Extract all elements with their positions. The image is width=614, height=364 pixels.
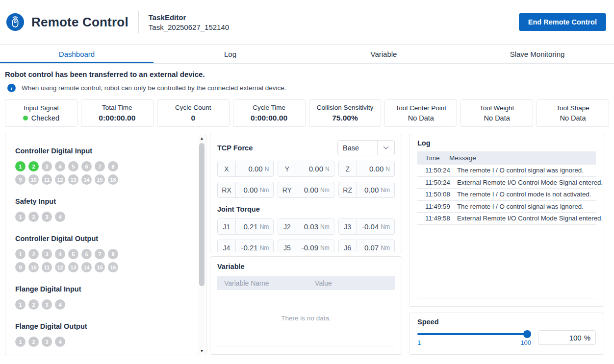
tcp-force-axis-label: RY bbox=[278, 182, 296, 197]
task-type: TaskEditor bbox=[149, 13, 229, 22]
joint-torque-value: -0.04Nm bbox=[357, 219, 394, 234]
io-indicator: 8 bbox=[108, 249, 118, 259]
stat-card: Tool WeightNo Data bbox=[460, 99, 533, 127]
joint-torque-value: 0.07Nm bbox=[357, 240, 394, 252]
app-title: Remote Control bbox=[31, 15, 128, 30]
joint-torque-unit: Nm bbox=[260, 223, 269, 230]
log-time: 11:50:24 bbox=[417, 179, 449, 186]
io-indicator: 1 bbox=[15, 337, 26, 347]
io-indicator: 2 bbox=[28, 337, 39, 347]
variable-table-bottom-border bbox=[217, 346, 395, 346]
log-row: 11:49:59The remote I / O control signal … bbox=[417, 201, 596, 213]
stat-value: 0 bbox=[191, 114, 195, 122]
end-remote-control-button[interactable]: End Remote Control bbox=[519, 13, 606, 31]
chevron-down-icon bbox=[377, 141, 394, 155]
joint-torque-j3-field: J3-0.04Nm bbox=[338, 218, 395, 235]
speed-slider-track[interactable] bbox=[417, 333, 531, 335]
joint-torque-title: Joint Torque bbox=[217, 205, 395, 213]
stat-value-text: No Data bbox=[484, 114, 510, 122]
joint-torque-unit: Nm bbox=[381, 244, 390, 251]
io-indicator: 2 bbox=[28, 161, 39, 171]
stat-value: No Data bbox=[484, 114, 510, 122]
joint-torque-axis-label: J3 bbox=[339, 219, 357, 234]
log-panel: Log Time Message 11:50:24The remote I / … bbox=[409, 134, 604, 307]
tcp-force-unit: Nm bbox=[320, 187, 330, 194]
io-indicator: 15 bbox=[95, 174, 105, 185]
status-dot-icon bbox=[23, 116, 28, 121]
stats-row: Input SignalCheckedTotal Time0:00:00.00C… bbox=[5, 99, 609, 127]
tab-dashboard[interactable]: Dashboard bbox=[0, 45, 154, 63]
joint-torque-value: 0.03Nm bbox=[296, 219, 333, 234]
io-indicator: 16 bbox=[108, 262, 118, 272]
io-indicator: 4 bbox=[55, 249, 65, 259]
coordinate-frame-dropdown[interactable]: Base bbox=[337, 140, 395, 155]
speed-value-field[interactable]: 100 % bbox=[538, 330, 596, 345]
joint-torque-axis-label: J6 bbox=[339, 240, 357, 252]
joint-torque-axis-label: J4 bbox=[218, 240, 236, 252]
tcp-force-panel: TCP Force Base X0.00NY0.00NZ0.00NRX0.00N… bbox=[210, 134, 402, 252]
tab-log[interactable]: Log bbox=[154, 45, 307, 63]
joint-torque-axis-label: J2 bbox=[278, 219, 296, 234]
tcp-force-value: 0.00Nm bbox=[236, 182, 273, 197]
speed-slider-knob[interactable] bbox=[523, 330, 531, 338]
io-indicator: 8 bbox=[108, 161, 118, 171]
stat-label: Tool Weight bbox=[480, 104, 514, 112]
io-indicator: 11 bbox=[42, 174, 52, 185]
io-indicator: 7 bbox=[95, 161, 105, 171]
stat-label: Total Time bbox=[102, 104, 132, 111]
tab-slave-monitoring[interactable]: Slave Monitoring bbox=[460, 45, 614, 63]
tab-variable[interactable]: Variable bbox=[307, 45, 460, 63]
tcp-force-ry-field: RY0.00Nm bbox=[278, 182, 334, 198]
joint-torque-j4-field: J4-0.21Nm bbox=[217, 240, 274, 252]
speed-title: Speed bbox=[417, 318, 596, 326]
task-name: Task_20250627_152140 bbox=[149, 23, 229, 31]
tcp-force-unit: Nm bbox=[381, 187, 390, 194]
stat-value-text: No Data bbox=[408, 114, 434, 122]
io-indicator: 12 bbox=[55, 174, 65, 185]
io-indicator: 3 bbox=[42, 249, 52, 259]
io-indicator: 10 bbox=[28, 174, 39, 185]
joint-torque-unit: Nm bbox=[320, 223, 330, 230]
io-indicator: 3 bbox=[42, 161, 52, 171]
log-table-body: 11:50:24The remote I / O control signal … bbox=[417, 165, 596, 298]
io-indicator: 15 bbox=[95, 262, 105, 272]
io-indicator: 10 bbox=[28, 262, 39, 272]
log-message: The remote I / O control signal was igno… bbox=[449, 203, 584, 210]
io-indicator: 16 bbox=[108, 174, 118, 185]
stat-card: Collision Sensitivity75.00% bbox=[309, 99, 382, 127]
io-indicator: 4 bbox=[55, 212, 65, 222]
stat-value: 75.00% bbox=[332, 114, 358, 122]
dashboard-main: Controller Digital Input1234567891011121… bbox=[5, 134, 609, 355]
stat-value-text: Checked bbox=[31, 114, 59, 122]
tcp-force-row: RX0.00NmRY0.00NmRZ0.00Nm bbox=[217, 182, 395, 198]
io-indicator: 1 bbox=[15, 161, 26, 171]
io-indicator: 13 bbox=[68, 174, 78, 185]
speed-slider[interactable] bbox=[417, 330, 531, 338]
io-panel-scrollbar[interactable]: ▲ ▼ bbox=[198, 135, 205, 354]
log-row: 11:49:58External Remote I/O Control Mode… bbox=[417, 213, 596, 225]
variable-panel: Variable Variable Name Value There is no… bbox=[210, 256, 402, 355]
middle-column: TCP Force Base X0.00NY0.00NZ0.00NRX0.00N… bbox=[210, 134, 402, 355]
stat-value: 0:00:00.00 bbox=[251, 114, 287, 122]
log-message-column-header: Message bbox=[449, 154, 476, 162]
stat-label: Cycle Count bbox=[175, 104, 211, 111]
scrollbar-thumb[interactable] bbox=[199, 143, 205, 286]
scroll-down-icon[interactable]: ▼ bbox=[198, 347, 205, 354]
io-indicator: 4 bbox=[55, 299, 65, 310]
io-indicator: 4 bbox=[55, 161, 65, 171]
tcp-force-z-field: Z0.00N bbox=[338, 161, 395, 177]
io-indicator: 13 bbox=[68, 262, 78, 272]
stat-value: No Data bbox=[560, 114, 586, 122]
log-time: 11:50:08 bbox=[417, 191, 449, 198]
io-indicator: 1 bbox=[15, 299, 26, 310]
log-time-column-header: Time bbox=[417, 154, 449, 162]
io-indicator: 9 bbox=[15, 262, 26, 272]
speed-unit: % bbox=[584, 334, 590, 342]
scroll-up-icon[interactable]: ▲ bbox=[198, 135, 205, 142]
log-title: Log bbox=[417, 139, 596, 147]
io-indicator: 14 bbox=[81, 174, 92, 185]
stat-card: Cycle Time0:00:00.00 bbox=[233, 99, 306, 127]
info-icon: i bbox=[7, 84, 16, 92]
speed-panel: Speed 1 100 100 % bbox=[409, 313, 604, 355]
tcp-force-unit: Nm bbox=[260, 187, 269, 194]
